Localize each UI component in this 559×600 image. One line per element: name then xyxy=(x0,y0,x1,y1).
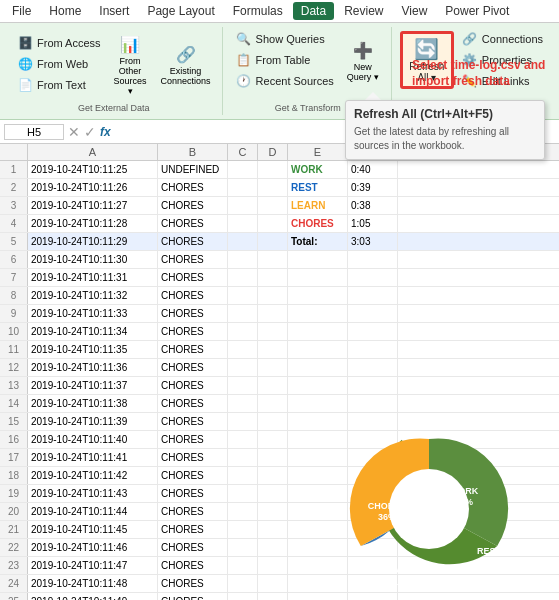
col-header-c[interactable]: C xyxy=(228,144,258,160)
cell-a[interactable]: 2019-10-24T10:11:38 xyxy=(28,395,158,412)
cell-b[interactable]: CHORES xyxy=(158,305,228,322)
cell-f[interactable]: 3:03 xyxy=(348,233,398,250)
menu-view[interactable]: View xyxy=(394,2,436,20)
cell-f[interactable] xyxy=(348,269,398,286)
cell-f[interactable]: 0:38 xyxy=(348,197,398,214)
cell-a[interactable]: 2019-10-24T10:11:25 xyxy=(28,161,158,178)
cell-b[interactable]: CHORES xyxy=(158,269,228,286)
cell-d[interactable] xyxy=(258,503,288,520)
menu-review[interactable]: Review xyxy=(336,2,391,20)
cell-b[interactable]: CHORES xyxy=(158,413,228,430)
table-row[interactable]: 11 2019-10-24T10:11:35 CHORES xyxy=(0,341,559,359)
cell-a[interactable]: 2019-10-24T10:11:26 xyxy=(28,179,158,196)
cell-b[interactable]: CHORES xyxy=(158,539,228,556)
cell-d[interactable] xyxy=(258,485,288,502)
cell-b[interactable]: CHORES xyxy=(158,521,228,538)
table-row[interactable]: 12 2019-10-24T10:11:36 CHORES xyxy=(0,359,559,377)
cell-d[interactable] xyxy=(258,575,288,592)
table-row[interactable]: 6 2019-10-24T10:11:30 CHORES xyxy=(0,251,559,269)
cell-e[interactable] xyxy=(288,377,348,394)
cell-b[interactable]: CHORES xyxy=(158,287,228,304)
cell-b[interactable]: CHORES xyxy=(158,449,228,466)
table-row[interactable]: 4 2019-10-24T10:11:28 CHORES CHORES 1:05 xyxy=(0,215,559,233)
new-query-button[interactable]: ➕ NewQuery ▾ xyxy=(341,35,385,85)
from-other-button[interactable]: 📊 From OtherSources ▾ xyxy=(108,29,153,99)
cell-b[interactable]: CHORES xyxy=(158,341,228,358)
cell-a[interactable]: 2019-10-24T10:11:32 xyxy=(28,287,158,304)
from-text-button[interactable]: 📄 From Text xyxy=(12,75,105,95)
cell-d[interactable] xyxy=(258,323,288,340)
existing-connections-button[interactable]: 🔗 ExistingConnections xyxy=(156,39,216,89)
cell-c[interactable] xyxy=(228,431,258,448)
cell-d[interactable] xyxy=(258,395,288,412)
cell-a[interactable]: 2019-10-24T10:11:31 xyxy=(28,269,158,286)
menu-insert[interactable]: Insert xyxy=(91,2,137,20)
table-row[interactable]: 2 2019-10-24T10:11:26 CHORES REST 0:39 xyxy=(0,179,559,197)
cell-d[interactable] xyxy=(258,557,288,574)
cell-a[interactable]: 2019-10-24T10:11:41 xyxy=(28,449,158,466)
cell-c[interactable] xyxy=(228,467,258,484)
cell-d[interactable] xyxy=(258,215,288,232)
menu-file[interactable]: File xyxy=(4,2,39,20)
menu-page-layout[interactable]: Page Layout xyxy=(139,2,222,20)
menu-formulas[interactable]: Formulas xyxy=(225,2,291,20)
cell-e[interactable] xyxy=(288,305,348,322)
cell-f[interactable] xyxy=(348,341,398,358)
cell-e[interactable] xyxy=(288,341,348,358)
cell-a[interactable]: 2019-10-24T10:11:45 xyxy=(28,521,158,538)
table-row[interactable]: 10 2019-10-24T10:11:34 CHORES xyxy=(0,323,559,341)
col-header-a[interactable]: A xyxy=(28,144,158,160)
cell-a[interactable]: 2019-10-24T10:11:28 xyxy=(28,215,158,232)
cell-f[interactable] xyxy=(348,359,398,376)
from-table-button[interactable]: 📋 From Table xyxy=(231,50,338,70)
cell-e[interactable] xyxy=(288,251,348,268)
cell-c[interactable] xyxy=(228,521,258,538)
cell-c[interactable] xyxy=(228,341,258,358)
from-access-button[interactable]: 🗄️ From Access xyxy=(12,33,105,53)
col-header-e[interactable]: E xyxy=(288,144,348,160)
cell-e[interactable]: CHORES xyxy=(288,215,348,232)
cell-b[interactable]: CHORES xyxy=(158,377,228,394)
cell-a[interactable]: 2019-10-24T10:11:43 xyxy=(28,485,158,502)
cell-a[interactable]: 2019-10-24T10:11:34 xyxy=(28,323,158,340)
cell-c[interactable] xyxy=(228,377,258,394)
table-row[interactable]: 1 2019-10-24T10:11:25 UNDEFINED WORK 0:4… xyxy=(0,161,559,179)
cell-a[interactable]: 2019-10-24T10:11:49 xyxy=(28,593,158,600)
cell-a[interactable]: 2019-10-24T10:11:30 xyxy=(28,251,158,268)
cell-b[interactable]: CHORES xyxy=(158,323,228,340)
cell-b[interactable]: CHORES xyxy=(158,251,228,268)
cell-a[interactable]: 2019-10-24T10:11:37 xyxy=(28,377,158,394)
cell-e[interactable] xyxy=(288,323,348,340)
cell-d[interactable] xyxy=(258,161,288,178)
cell-b[interactable]: CHORES xyxy=(158,233,228,250)
cell-e[interactable] xyxy=(288,269,348,286)
cell-f[interactable] xyxy=(348,377,398,394)
cell-b[interactable]: CHORES xyxy=(158,179,228,196)
cell-e[interactable] xyxy=(288,287,348,304)
cell-a[interactable]: 2019-10-24T10:11:40 xyxy=(28,431,158,448)
cell-e[interactable]: LEARN xyxy=(288,197,348,214)
connections-button[interactable]: 🔗 Connections xyxy=(457,29,547,49)
cell-a[interactable]: 2019-10-24T10:11:36 xyxy=(28,359,158,376)
show-queries-button[interactable]: 🔍 Show Queries xyxy=(231,29,338,49)
col-header-b[interactable]: B xyxy=(158,144,228,160)
cell-d[interactable] xyxy=(258,467,288,484)
cell-b[interactable]: CHORES xyxy=(158,593,228,600)
cell-f[interactable] xyxy=(348,323,398,340)
cell-d[interactable] xyxy=(258,521,288,538)
cell-d[interactable] xyxy=(258,269,288,286)
cell-c[interactable] xyxy=(228,557,258,574)
cell-d[interactable] xyxy=(258,377,288,394)
cell-e[interactable]: Total: xyxy=(288,233,348,250)
cell-c[interactable] xyxy=(228,575,258,592)
cell-c[interactable] xyxy=(228,539,258,556)
cell-c[interactable] xyxy=(228,287,258,304)
cell-a[interactable]: 2019-10-24T10:11:46 xyxy=(28,539,158,556)
menu-home[interactable]: Home xyxy=(41,2,89,20)
cell-c[interactable] xyxy=(228,323,258,340)
cell-d[interactable] xyxy=(258,413,288,430)
from-web-button[interactable]: 🌐 From Web xyxy=(12,54,105,74)
table-row[interactable]: 9 2019-10-24T10:11:33 CHORES xyxy=(0,305,559,323)
cell-c[interactable] xyxy=(228,413,258,430)
cell-b[interactable]: CHORES xyxy=(158,359,228,376)
